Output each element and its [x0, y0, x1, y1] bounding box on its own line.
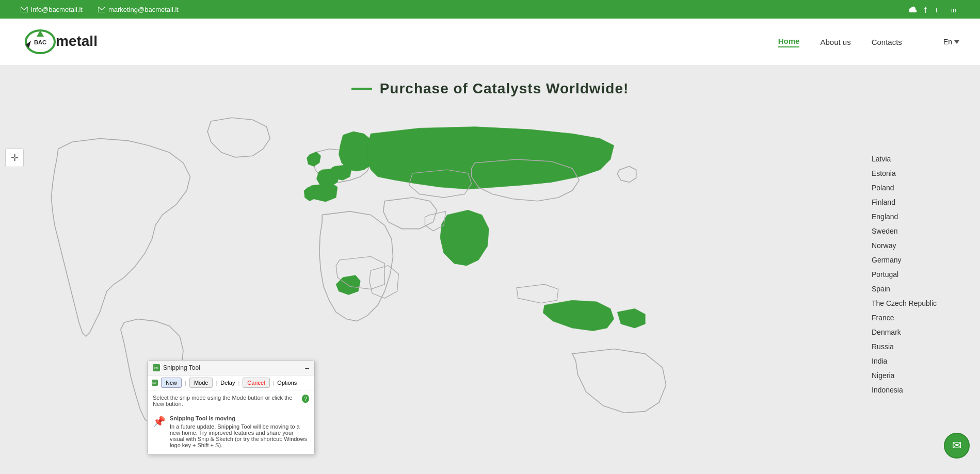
email1-link[interactable]: info@bacmetall.lt — [21, 6, 83, 13]
country-list: Latvia Estonia Poland Finland England Sw… — [872, 154, 975, 395]
chat-icon: ✉ — [952, 439, 961, 452]
country-russia[interactable]: Russia — [872, 341, 975, 352]
snip-cancel-btn[interactable]: Cancel — [243, 378, 269, 388]
country-france[interactable]: France — [872, 313, 975, 323]
snip-options-label: Options — [277, 380, 297, 386]
snip-toolbar: ✂ New | Mode | Delay | Cancel | Options — [148, 375, 314, 390]
snip-instruction: Select the snip mode using the Mode butt… — [153, 395, 298, 407]
snip-new-btn[interactable]: New — [161, 378, 182, 388]
snip-title: Snipping Tool — [163, 364, 200, 371]
twitter-link[interactable]: t — [936, 6, 945, 13]
snip-divider2: | — [216, 380, 217, 386]
snip-notice-content: Snipping Tool is moving In a future upda… — [170, 415, 309, 448]
world-map-svg — [15, 107, 712, 468]
nav-home[interactable]: Home — [778, 37, 800, 47]
move-icon-symbol: ✛ — [11, 152, 19, 164]
country-germany[interactable]: Germany — [872, 255, 975, 265]
snip-instruction-area: Select the snip mode using the Mode butt… — [148, 390, 314, 411]
svg-text:BAC: BAC — [34, 39, 46, 45]
country-finland[interactable]: Finland — [872, 197, 975, 207]
snip-divider3: | — [238, 380, 239, 386]
svg-text:f: f — [924, 6, 927, 14]
country-spain[interactable]: Spain — [872, 284, 975, 294]
top-bar: info@bacmetall.lt marketing@bacmetall.lt… — [0, 0, 980, 19]
language-selector[interactable]: En — [943, 38, 959, 46]
cloud-link[interactable] — [909, 6, 918, 13]
snip-toolbar-icon: ✂ — [152, 380, 158, 386]
country-sweden[interactable]: Sweden — [872, 226, 975, 236]
main-content: Purchase of Catalysts Worldwide! ✛ — [0, 65, 980, 474]
svg-text:metall: metall — [56, 33, 98, 49]
title-dash — [351, 88, 372, 90]
facebook-link[interactable]: f — [924, 5, 929, 14]
country-denmark[interactable]: Denmark — [872, 327, 975, 337]
snip-delay-label: Delay — [220, 380, 235, 386]
country-indonesia[interactable]: Indonesia — [872, 385, 975, 395]
facebook-icon: f — [924, 5, 929, 14]
country-norway[interactable]: Norway — [872, 240, 975, 251]
snip-help-btn[interactable]: ? — [302, 395, 309, 403]
country-england[interactable]: England — [872, 211, 975, 222]
header: BAC metall Home About us Contacts En — [0, 19, 980, 65]
top-bar-social: f t in — [909, 5, 959, 14]
snipping-tool-overlay: ✂ Snipping Tool – ✂ New | Mode | Delay |… — [147, 360, 315, 455]
email2-link[interactable]: marketing@bacmetall.lt — [98, 6, 179, 13]
cloud-icon — [909, 6, 918, 13]
country-poland[interactable]: Poland — [872, 183, 975, 193]
map-layout: ✛ — [0, 107, 980, 468]
snip-notice-icon: 📌 — [153, 415, 166, 448]
page-title-wrapper: Purchase of Catalysts Worldwide! — [0, 80, 980, 97]
snip-notice-title: Snipping Tool is moving — [170, 415, 309, 421]
logo: BAC metall — [21, 26, 114, 57]
nav-contacts[interactable]: Contacts — [872, 38, 902, 46]
twitter-icon: t — [936, 6, 945, 13]
svg-marker-10 — [954, 40, 959, 44]
country-portugal[interactable]: Portugal — [872, 269, 975, 280]
svg-text:t: t — [936, 6, 938, 13]
world-map-container[interactable]: ✂ Snipping Tool – ✂ New | Mode | Delay |… — [15, 107, 712, 468]
svg-text:✂: ✂ — [154, 365, 158, 371]
snip-collapse-btn[interactable]: – — [305, 364, 309, 372]
linkedin-link[interactable]: in — [951, 5, 959, 13]
page-title: Purchase of Catalysts Worldwide! — [380, 80, 629, 97]
svg-text:✂: ✂ — [152, 381, 156, 386]
nav-about[interactable]: About us — [820, 38, 850, 46]
country-india[interactable]: India — [872, 356, 975, 366]
svg-text:in: in — [951, 6, 956, 13]
snip-mode-btn[interactable]: Mode — [189, 378, 213, 388]
chevron-down-icon — [954, 40, 959, 44]
snip-app-icon: ✂ — [153, 364, 160, 371]
email2-icon — [98, 7, 105, 12]
email1-text: info@bacmetall.lt — [31, 6, 83, 13]
country-latvia[interactable]: Latvia — [872, 154, 975, 164]
map-move-control[interactable]: ✛ — [5, 149, 24, 167]
snip-divider4: | — [273, 380, 275, 386]
lang-label: En — [943, 38, 952, 46]
snip-header: ✂ Snipping Tool – — [148, 361, 314, 375]
country-nigeria[interactable]: Nigeria — [872, 370, 975, 381]
email1-icon — [21, 7, 28, 12]
country-estonia[interactable]: Estonia — [872, 168, 975, 178]
email2-text: marketing@bacmetall.lt — [108, 6, 179, 13]
country-czech-republic[interactable]: The Czech Republic — [872, 298, 975, 308]
main-nav: Home About us Contacts — [778, 37, 902, 47]
logo-svg: BAC metall — [21, 26, 114, 57]
snip-divider1: | — [185, 380, 186, 386]
chat-button[interactable]: ✉ — [944, 433, 970, 459]
snip-notice-area: 📌 Snipping Tool is moving In a future up… — [148, 411, 314, 454]
top-bar-left: info@bacmetall.lt marketing@bacmetall.lt — [21, 6, 179, 13]
snip-notice-body: In a future update, Snipping Tool will b… — [170, 423, 309, 448]
linkedin-icon: in — [951, 5, 959, 13]
